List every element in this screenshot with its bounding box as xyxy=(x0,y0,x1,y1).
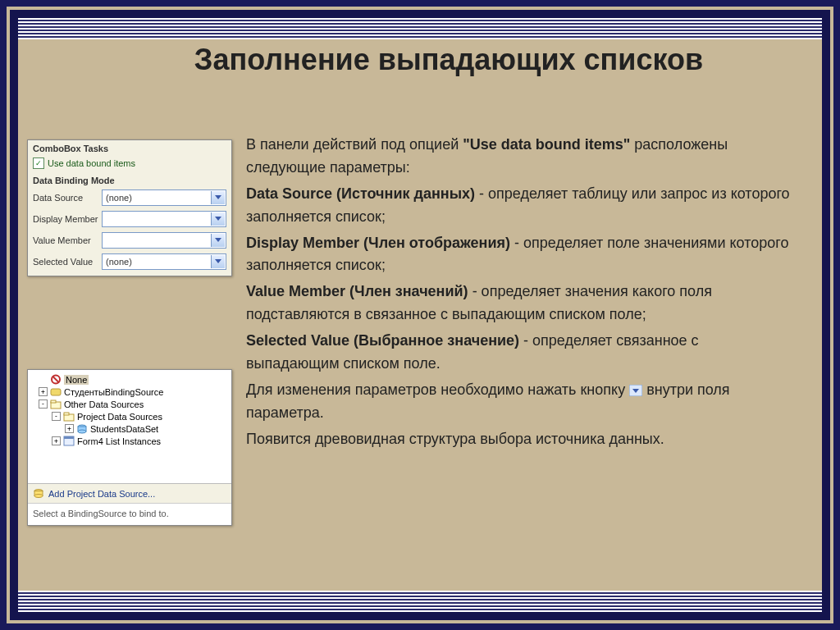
field-value-member: Value Member xyxy=(28,230,231,251)
datasource-tree-panel: None + СтудентыBindingSource - Other Dat… xyxy=(27,369,232,526)
add-datasource-link[interactable]: Add Project Data Source... xyxy=(28,483,231,503)
use-data-bound-row[interactable]: ✓ Use data bound items xyxy=(28,157,231,172)
folder-icon xyxy=(63,411,75,422)
para-6: Для изменения параметров необходимо нажа… xyxy=(246,379,791,425)
expand-icon[interactable]: + xyxy=(52,436,61,445)
dropdown-data-source[interactable]: (none) xyxy=(102,189,226,206)
combobox-tasks-panel: ComboBox Tasks ✓ Use data bound items Da… xyxy=(27,139,232,276)
para-4: Value Member (Член значений) - определяе… xyxy=(246,281,791,326)
database-add-icon xyxy=(33,488,44,499)
dataset-icon xyxy=(76,423,88,434)
tree-node-project[interactable]: - Project Data Sources xyxy=(30,410,230,422)
collapse-icon[interactable]: - xyxy=(52,412,61,421)
dropdown-selected-value[interactable]: (none) xyxy=(102,253,226,270)
dropdown-display-member[interactable] xyxy=(102,211,226,227)
field-data-source: Data Source (none) xyxy=(28,187,231,208)
slide-body: В панели действий под опцией "Use data b… xyxy=(246,134,791,454)
section-label: Data Binding Mode xyxy=(28,172,231,187)
para-3: Display Member (Член отображения) - опре… xyxy=(246,232,791,278)
tree-body: None + СтудентыBindingSource - Other Dat… xyxy=(28,370,231,483)
svg-rect-12 xyxy=(64,436,74,439)
collapse-icon[interactable]: - xyxy=(39,399,48,409)
form-icon xyxy=(63,436,75,446)
expand-icon[interactable]: + xyxy=(65,424,74,433)
para-5: Selected Value (Выбранное значение) - оп… xyxy=(246,330,791,376)
chevron-down-icon[interactable] xyxy=(211,234,225,247)
panel-header: ComboBox Tasks xyxy=(28,140,231,157)
chevron-down-icon[interactable] xyxy=(211,212,225,226)
chevron-down-icon[interactable] xyxy=(211,191,225,204)
expand-icon[interactable]: + xyxy=(39,387,48,396)
folder-icon xyxy=(50,399,62,409)
checkbox-icon[interactable]: ✓ xyxy=(33,158,44,169)
tree-node-dataset[interactable]: + StudentsDataSet xyxy=(30,422,230,435)
stripe-bottom xyxy=(18,591,822,612)
field-selected-value: Selected Value (none) xyxy=(28,251,231,272)
tree-node-none[interactable]: None xyxy=(30,373,230,386)
tree-node-other[interactable]: - Other Data Sources xyxy=(30,398,230,410)
svg-rect-7 xyxy=(64,413,69,415)
tree-node-form[interactable]: + Form4 List Instances xyxy=(30,435,230,447)
chevron-down-icon[interactable] xyxy=(211,255,225,268)
dropdown-icon xyxy=(629,385,642,396)
tree-hint: Select a BindingSource to bind to. xyxy=(28,503,231,525)
checkbox-label: Use data bound items xyxy=(48,158,135,168)
svg-rect-5 xyxy=(51,400,56,403)
para-2: Data Source (Источник данных) - определя… xyxy=(246,183,791,229)
svg-rect-3 xyxy=(51,389,61,395)
slide-title: Заполнение выпадающих списков xyxy=(107,41,791,78)
none-icon xyxy=(50,374,62,385)
svg-point-15 xyxy=(34,495,43,498)
tree-node-students[interactable]: + СтудентыBindingSource xyxy=(30,386,230,398)
svg-point-10 xyxy=(78,430,86,433)
para-1: В панели действий под опцией "Use data b… xyxy=(246,134,791,180)
dropdown-value-member[interactable] xyxy=(102,232,226,249)
stripe-top xyxy=(18,18,822,39)
binding-icon xyxy=(50,386,62,397)
para-7: Появится древовидная структура выбора ис… xyxy=(246,428,791,451)
field-display-member: Display Member xyxy=(28,208,231,230)
